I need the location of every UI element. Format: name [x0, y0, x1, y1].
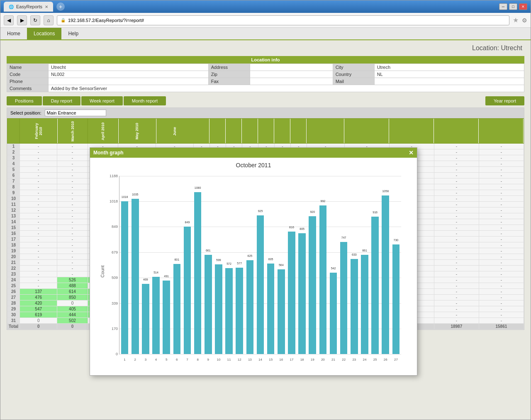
- col-header-extra11: [434, 119, 479, 144]
- table-cell: 18987: [434, 324, 479, 330]
- row-label: 14: [7, 219, 20, 225]
- table-cell: -: [434, 254, 479, 260]
- phone-value: [49, 78, 209, 85]
- comments-value: Added by the SensorServer: [49, 85, 524, 92]
- table-cell: -: [57, 173, 88, 178]
- table-cell: -: [479, 237, 524, 242]
- x-axis-label: 14: [258, 358, 262, 361]
- menu-locations[interactable]: Locations: [27, 28, 61, 39]
- bar: [194, 192, 202, 354]
- row-label: 21: [7, 260, 20, 266]
- row-label: Total: [7, 324, 20, 330]
- table-cell: -: [479, 254, 524, 260]
- table-cell: -: [479, 208, 524, 213]
- week-report-tab[interactable]: Week report: [81, 96, 123, 105]
- table-cell: -: [57, 208, 88, 213]
- bar-value-label: 633: [352, 253, 357, 256]
- y-axis-value: 170: [112, 327, 118, 331]
- position-input[interactable]: Main Entrance: [45, 110, 106, 116]
- back-button[interactable]: ◀: [4, 15, 14, 25]
- bar: [309, 216, 316, 354]
- table-cell: -: [479, 219, 524, 225]
- table-cell: -: [434, 260, 479, 266]
- y-axis-label: Count: [100, 265, 105, 277]
- settings-icon[interactable]: ⚙: [522, 17, 527, 24]
- table-cell: -: [479, 300, 524, 306]
- close-button[interactable]: ✕: [519, 3, 527, 10]
- month-report-tab[interactable]: Month report: [124, 96, 166, 105]
- day-report-tab[interactable]: Day report: [43, 96, 80, 105]
- chart-area: 0170339509679849101811881018110352469351…: [119, 176, 401, 354]
- table-cell: -: [434, 312, 479, 318]
- browser-tab[interactable]: 🌐 EasyReports ✕: [4, 2, 53, 12]
- table-cell: -: [57, 202, 88, 208]
- table-cell: -: [479, 248, 524, 254]
- table-cell: -: [20, 242, 57, 248]
- minimize-button[interactable]: ─: [499, 3, 507, 10]
- table-cell: -: [20, 248, 57, 254]
- positions-tab[interactable]: Positions: [7, 96, 42, 105]
- bar-value-label: 1035: [132, 193, 139, 196]
- table-cell: -: [434, 295, 479, 300]
- x-axis-label: 25: [373, 358, 377, 361]
- table-cell: -: [434, 242, 479, 248]
- phone-label: Phone: [7, 78, 49, 85]
- table-cell: -: [479, 167, 524, 173]
- new-tab-button[interactable]: +: [56, 2, 65, 11]
- bar-value-label: 625: [248, 254, 253, 257]
- bar-value-label: 605: [268, 258, 273, 261]
- bar: [205, 255, 212, 354]
- bar: [121, 201, 129, 354]
- col-header-extra9: [344, 119, 389, 144]
- address-bar[interactable]: 🔒 192.168.57.2/EasyReports/?i=report#: [57, 15, 509, 25]
- x-axis-label: 20: [321, 358, 325, 361]
- table-cell: -: [57, 196, 88, 202]
- bar: [371, 217, 379, 354]
- maximize-button[interactable]: □: [509, 3, 517, 10]
- table-cell: -: [434, 318, 479, 324]
- bookmark-icon[interactable]: ★: [513, 16, 519, 24]
- table-header-row: February 2010 March 2010 April 2010 May …: [7, 119, 524, 144]
- bar-value-label: 730: [394, 239, 399, 242]
- year-report-tab[interactable]: Year report: [485, 96, 524, 105]
- bar-value-label: 925: [258, 210, 263, 212]
- bar: [319, 205, 327, 354]
- name-value: Utrecht: [49, 64, 209, 71]
- table-cell: -: [479, 178, 524, 184]
- table-cell: -: [479, 312, 524, 318]
- bar-value-label: 1058: [382, 190, 389, 193]
- menu-home[interactable]: Home: [0, 28, 27, 39]
- tab-close-icon[interactable]: ✕: [45, 5, 48, 9]
- bar: [152, 277, 160, 354]
- x-axis-label: 22: [342, 358, 346, 361]
- row-label: 22: [7, 266, 20, 271]
- bar-value-label: 849: [185, 221, 190, 224]
- bar: [184, 227, 191, 354]
- table-cell: -: [434, 248, 479, 254]
- home-button[interactable]: ⌂: [44, 15, 54, 25]
- table-cell: -: [20, 190, 57, 196]
- refresh-button[interactable]: ↻: [30, 15, 40, 25]
- x-axis-label: 23: [352, 358, 356, 361]
- mail-value: [374, 78, 524, 85]
- window-controls: ─ □ ✕: [499, 3, 527, 10]
- bar-value-label: 816: [289, 226, 294, 229]
- x-axis-label: 10: [217, 358, 220, 361]
- table-cell: -: [434, 184, 479, 190]
- table-cell: -: [20, 155, 57, 161]
- forward-button[interactable]: ▶: [17, 15, 27, 25]
- col-header-apr: April 2010: [88, 119, 118, 144]
- bar-value-label: 572: [227, 262, 231, 265]
- modal-overlay: Month graph ✕ October 2011 Count 0170339…: [90, 147, 417, 376]
- col-header-extra3: [226, 119, 242, 144]
- x-axis-label: 18: [300, 358, 304, 361]
- table-cell: 619: [20, 312, 57, 318]
- col-header-extra6: [274, 119, 290, 144]
- modal-close-button[interactable]: ✕: [409, 149, 414, 156]
- menu-help[interactable]: Help: [61, 28, 85, 39]
- menu-bar: Home Locations Help: [0, 28, 531, 40]
- table-cell: -: [20, 149, 57, 155]
- col-header-may: May 2010: [118, 119, 156, 144]
- row-label: 28: [7, 300, 20, 306]
- table-cell: 526: [57, 277, 88, 283]
